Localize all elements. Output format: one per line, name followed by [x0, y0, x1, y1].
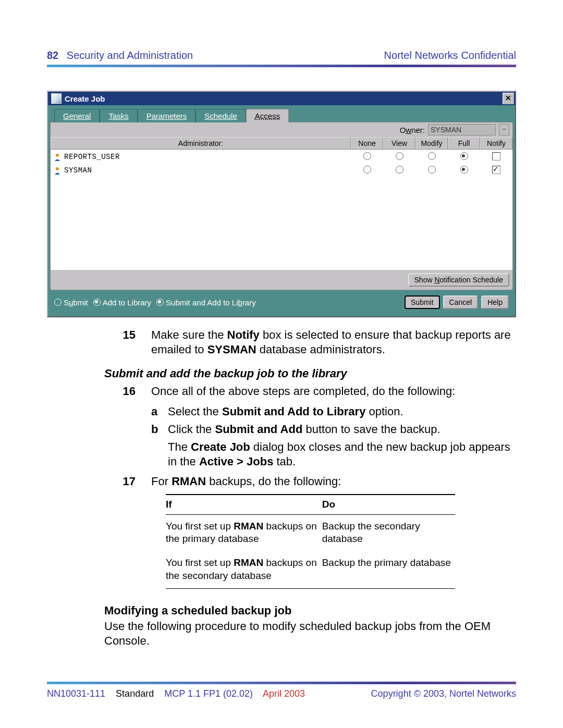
tab-general[interactable]: General: [54, 109, 100, 122]
col-none: None: [351, 137, 383, 149]
svg-point-1: [56, 167, 59, 170]
tab-schedule[interactable]: Schedule: [195, 109, 246, 122]
step-number: 16: [47, 384, 151, 399]
bottom-bar: Submit Add to Library Submit and Add to …: [50, 290, 513, 314]
checkbox-notify[interactable]: [492, 166, 500, 174]
step-text: Once all of the above steps are complete…: [151, 384, 516, 399]
col-full: Full: [448, 137, 480, 149]
tab-access[interactable]: Access: [246, 109, 289, 122]
svg-point-0: [56, 154, 59, 157]
tab-bar: General Tasks Parameters Schedule Access: [54, 108, 513, 122]
admin-name: SYSMAN: [64, 166, 92, 175]
radio-submit-and-add[interactable]: Submit and Add to Library: [156, 298, 256, 307]
substep-letter: b: [151, 422, 168, 437]
radio-none[interactable]: [363, 166, 371, 174]
footer-rule: [47, 682, 516, 684]
checkbox-notify[interactable]: [492, 152, 500, 161]
tab-tasks[interactable]: Tasks: [100, 109, 137, 122]
col-do: Do: [322, 495, 455, 514]
copyright: Copyright © 2003, Nortel Networks: [371, 688, 516, 699]
doc-date: April 2003: [263, 688, 305, 699]
radio-view[interactable]: [396, 152, 403, 160]
close-icon[interactable]: ✕: [503, 93, 514, 104]
if-do-table: If Do You first set up RMAN backups on t…: [166, 494, 455, 589]
grid-header: Administrator: None View Modify Full Not…: [51, 137, 512, 150]
paragraph: The Create Job dialog box closes and the…: [168, 440, 516, 469]
table-row: REPORTS_USER: [51, 150, 512, 164]
cell-if: You first set up RMAN backups on the sec…: [166, 551, 322, 588]
owner-dropdown-icon[interactable]: [499, 124, 509, 135]
header-rule: [47, 65, 516, 67]
sub-heading: Submit and add the backup job to the lib…: [104, 366, 516, 381]
table-row: SYSMAN: [51, 164, 512, 177]
document-body: 15 Make sure the Notify box is selected …: [47, 328, 516, 648]
section-title: Security and Administration: [67, 50, 193, 61]
step-number: 15: [47, 328, 151, 357]
radio-view[interactable]: [396, 166, 403, 174]
step-text: For RMAN backups, do the following:: [151, 474, 516, 489]
admin-name: REPORTS_USER: [64, 153, 120, 161]
col-view: View: [383, 137, 415, 149]
radio-modify[interactable]: [428, 166, 436, 174]
window-icon: [51, 93, 62, 104]
titlebar[interactable]: Create Job ✕: [48, 92, 515, 105]
substep-text: Select the Submit and Add to Library opt…: [168, 404, 516, 419]
cell-do: Backup the secondary database: [322, 514, 455, 551]
owner-field[interactable]: SYSMAN: [428, 124, 496, 135]
cancel-button[interactable]: Cancel: [443, 295, 479, 309]
doc-version: MCP 1.1 FP1 (02.02): [164, 688, 253, 699]
substep-text: Click the Submit and Add button to save …: [168, 422, 516, 437]
cell-if: You first set up RMAN backups on the pri…: [166, 514, 322, 551]
substep-letter: a: [151, 404, 168, 419]
col-administrator: Administrator:: [51, 137, 351, 149]
confidential-label: Nortel Networks Confidential: [384, 50, 516, 61]
radio-full[interactable]: [460, 152, 468, 160]
col-if: If: [166, 495, 322, 514]
show-notification-schedule-button[interactable]: Show Notification Schedule: [408, 273, 509, 287]
doc-code: NN10031-111: [47, 688, 105, 699]
owner-label: Owner:: [400, 126, 425, 134]
page-header: 82 Security and Administration Nortel Ne…: [47, 50, 516, 61]
cell-do: Backup the primary database: [322, 551, 455, 588]
page-footer: NN10031-111 Standard MCP 1.1 FP1 (02.02)…: [47, 682, 516, 699]
access-panel: Owner: SYSMAN Administrator: None View M…: [50, 122, 513, 290]
col-modify: Modify: [415, 137, 448, 149]
radio-none[interactable]: [363, 152, 371, 160]
section-heading: Modifying a scheduled backup job: [104, 603, 516, 618]
col-notify: Notify: [480, 137, 512, 149]
create-job-window: Create Job ✕ General Tasks Parameters Sc…: [47, 91, 516, 317]
radio-full[interactable]: [460, 166, 468, 174]
radio-submit[interactable]: Submit: [54, 298, 88, 307]
paragraph: Use the following procedure to modify sc…: [104, 619, 516, 648]
radio-add-to-library[interactable]: Add to Library: [93, 298, 151, 307]
person-icon: [54, 153, 61, 161]
window-title: Create Job: [65, 94, 503, 103]
grid-body: REPORTS_USER SYSMAN: [51, 150, 512, 270]
help-button[interactable]: Help: [481, 295, 509, 309]
doc-standard: Standard: [116, 688, 154, 699]
submit-button[interactable]: Submit: [405, 295, 440, 309]
page-number: 82: [47, 50, 58, 61]
step-number: 17: [47, 474, 151, 489]
tab-parameters[interactable]: Parameters: [138, 109, 196, 122]
radio-modify[interactable]: [428, 152, 436, 160]
person-icon: [54, 166, 61, 175]
step-text: Make sure the Notify box is selected to …: [151, 328, 516, 357]
